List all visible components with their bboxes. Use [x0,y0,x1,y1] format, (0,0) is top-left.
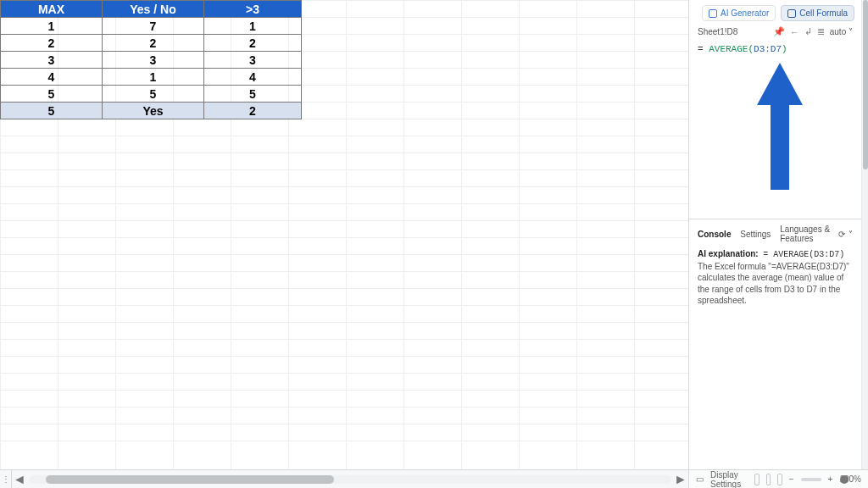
view-pagebreak-icon[interactable] [766,474,771,485]
formula-close-paren: ) [782,44,787,54]
cell-ref-row: Sheet1!D8 📌 ← ↲ ≣ auto ˅ [689,25,861,42]
hscroll-thumb[interactable] [46,475,334,484]
table-cell[interactable]: 3 [204,52,302,69]
app-root: MAX Yes / No >3 1712223334145555Yes2 ⋮ ◄… [0,0,868,488]
cell-reference: Sheet1!D8 [698,27,768,36]
table-cell[interactable]: 4 [204,69,302,86]
hscroll-track[interactable] [29,475,671,484]
ai-explanation-formula: = AVERAGE(D3:D7) [763,250,844,259]
ai-explanation-text: The Excel formula "=AVERAGE(D3:D7)" calc… [698,262,849,306]
zoom-knob[interactable] [840,475,849,484]
table-row[interactable]: 5Yes2 [1,103,302,119]
table-cell[interactable]: 2 [1,35,103,52]
formula-icon [787,9,796,18]
scroll-left-icon[interactable]: ◄ [12,470,27,488]
formula-display[interactable]: = AVERAGE(D3:D7) [689,42,861,58]
table-cell[interactable]: Yes [103,103,204,119]
console-tabs: Console Settings Languages & Features ⟳ … [689,219,861,247]
table-cell[interactable]: 4 [1,69,103,86]
table-cell[interactable]: 1 [103,69,204,86]
back-icon[interactable]: ← [790,27,799,37]
view-normal-icon[interactable] [754,474,760,485]
table-cell[interactable]: 1 [1,18,103,35]
arrow-annotation-zone [689,58,861,219]
status-bar: ▭ Display Settings − + 100% [689,469,868,488]
sheet-splitter[interactable]: ⋮ [0,470,12,488]
tab-ai-generator[interactable]: AI Generator [702,5,776,21]
col-header-gt3: >3 [204,1,302,18]
zoom-out-icon[interactable]: − [789,474,794,484]
tab-console[interactable]: Console [698,230,731,239]
display-settings-label[interactable]: Display Settings [710,470,741,489]
table-cell[interactable]: 5 [1,86,103,103]
table-row[interactable]: 222 [1,35,302,52]
table-row[interactable]: 414 [1,69,302,86]
up-arrow-icon [757,63,803,190]
side-panel-tabs: AI Generator Cell Formula [689,0,861,25]
pin-icon[interactable]: 📌 [773,26,785,37]
refresh-icon[interactable]: ⟳ [838,230,845,239]
col-header-max: MAX [1,1,103,18]
formula-equals: = [698,44,704,54]
scroll-right-icon[interactable]: ► [673,470,688,488]
tab-settings[interactable]: Settings [740,230,771,239]
col-header-yesno: Yes / No [103,1,204,18]
sheet-area: MAX Yes / No >3 1712223334145555Yes2 ⋮ ◄… [0,0,688,488]
table-cell[interactable]: 1 [204,18,302,35]
chevron-down-icon[interactable]: ˅ [849,230,853,239]
side-scroll-thumb[interactable] [863,0,868,169]
formula-arg: D3:D7 [754,44,782,54]
horizontal-scrollbar[interactable]: ⋮ ◄ ► [0,469,688,488]
table-row[interactable]: 333 [1,52,302,69]
list-icon[interactable]: ≣ [817,26,825,37]
table-cell[interactable]: 3 [103,52,204,69]
formula-function: AVERAGE [709,44,748,54]
tab-cf-label: Cell Formula [799,8,848,18]
svg-marker-0 [757,63,803,190]
table-row[interactable]: 171 [1,18,302,35]
view-pagelayout-icon[interactable] [777,474,782,485]
display-settings-icon[interactable]: ▭ [696,474,704,484]
zoom-slider[interactable] [801,478,821,481]
data-table: MAX Yes / No >3 1712223334145555Yes2 [0,0,302,119]
table-cell[interactable]: 2 [204,103,302,119]
auto-dropdown[interactable]: auto ˅ [830,27,853,36]
tab-ai-label: AI Generator [721,8,769,18]
ai-explanation: AI explanation: = AVERAGE(D3:D7) The Exc… [689,247,861,312]
wrap-icon[interactable]: ↲ [804,26,812,37]
table-cell[interactable]: 5 [1,103,103,119]
ai-explanation-label: AI explanation: [698,249,759,258]
tab-cell-formula[interactable]: Cell Formula [781,5,854,21]
side-panel-scrollbar[interactable] [861,0,868,469]
zoom-in-icon[interactable]: + [828,474,833,484]
grid-body[interactable]: MAX Yes / No >3 1712223334145555Yes2 [0,0,688,469]
table-cell[interactable]: 7 [103,18,204,35]
table-cell[interactable]: 5 [204,86,302,103]
table-cell[interactable]: 3 [1,52,103,69]
ref-toolbar: 📌 ← ↲ ≣ auto ˅ [773,26,853,37]
table-cell[interactable]: 5 [103,86,204,103]
side-panel: AI Generator Cell Formula Sheet1!D8 📌 ← … [688,0,868,488]
table-cell[interactable]: 2 [103,35,204,52]
tab-languages[interactable]: Languages & Features [780,225,832,243]
table-row[interactable]: 555 [1,86,302,103]
ai-icon [709,9,717,18]
table-cell[interactable]: 2 [204,35,302,52]
